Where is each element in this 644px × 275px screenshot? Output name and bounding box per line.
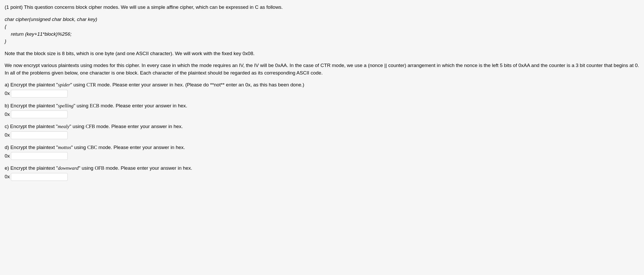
sub-a-mid: " using bbox=[70, 82, 87, 87]
sub-a-post: mode. Please enter your answer in hex. (… bbox=[96, 82, 304, 87]
sub-question-d: d) Encrypt the plaintext "mottos" using … bbox=[5, 144, 639, 160]
sub-d-label: d) bbox=[5, 145, 9, 150]
sub-c-word: mealy bbox=[58, 124, 69, 129]
sub-d-word: mottos bbox=[58, 145, 71, 150]
sub-b-prompt: b) Encrypt the plaintext "spelling" usin… bbox=[5, 102, 639, 110]
sub-b-mid: " using bbox=[74, 103, 90, 108]
note-paragraph: Note that the block size is 8 bits, whic… bbox=[5, 50, 639, 57]
sub-question-a: a) Encrypt the plaintext "spider" using … bbox=[5, 81, 639, 98]
sub-d-input[interactable] bbox=[11, 152, 68, 160]
sub-question-b: b) Encrypt the plaintext "spelling" usin… bbox=[5, 102, 639, 118]
sub-b-answer-row: 0x bbox=[5, 110, 639, 118]
sub-d-pre: Encrypt the plaintext " bbox=[9, 145, 58, 150]
sub-e-prompt: e) Encrypt the plaintext "downward" usin… bbox=[5, 165, 639, 172]
sub-a-prompt: a) Encrypt the plaintext "spider" using … bbox=[5, 81, 639, 89]
sub-b-label: b) bbox=[5, 103, 9, 108]
code-open-brace: { bbox=[5, 23, 639, 31]
hex-prefix: 0x bbox=[5, 90, 10, 97]
hex-prefix: 0x bbox=[5, 173, 10, 181]
hex-prefix: 0x bbox=[5, 152, 10, 160]
question-container: (1 point) This question concerns block c… bbox=[5, 4, 639, 181]
sub-b-pre: Encrypt the plaintext " bbox=[9, 103, 58, 108]
sub-d-mode: CBC bbox=[87, 145, 97, 150]
sub-b-mode: ECB bbox=[90, 103, 99, 108]
sub-c-mode: CFB bbox=[86, 124, 95, 129]
sub-d-answer-row: 0x bbox=[5, 152, 639, 160]
sub-e-input[interactable] bbox=[11, 173, 68, 181]
sub-c-label: c) bbox=[5, 124, 9, 129]
sub-a-word: spider bbox=[58, 82, 70, 87]
code-block: char cipher(unsigned char block, char ke… bbox=[5, 16, 639, 45]
sub-c-pre: Encrypt the plaintext " bbox=[9, 124, 58, 129]
points-label: (1 point) bbox=[5, 4, 23, 10]
sub-e-mid: " using bbox=[79, 165, 95, 171]
intro-text: This question concerns block cipher mode… bbox=[23, 4, 283, 10]
code-close-brace: } bbox=[5, 38, 639, 45]
sub-e-word: downward bbox=[58, 165, 79, 171]
sub-question-c: c) Encrypt the plaintext "mealy" using C… bbox=[5, 123, 639, 139]
sub-c-post: mode. Please enter your answer in hex. bbox=[95, 124, 183, 129]
hex-prefix: 0x bbox=[5, 111, 10, 118]
sub-c-mid: " using bbox=[70, 124, 86, 129]
sub-e-mode: OFB bbox=[95, 165, 104, 171]
sub-c-prompt: c) Encrypt the plaintext "mealy" using C… bbox=[5, 123, 639, 130]
sub-b-input[interactable] bbox=[11, 110, 68, 118]
sub-e-post: mode. Please enter your answer in hex. bbox=[104, 165, 192, 171]
sub-e-pre: Encrypt the plaintext " bbox=[9, 165, 58, 171]
code-body: return (key+11*block)%256; bbox=[11, 31, 72, 37]
code-body-line: return (key+11*block)%256; bbox=[5, 31, 639, 38]
sub-d-post: mode. Please enter your answer in hex. bbox=[97, 145, 185, 150]
sub-d-mid: " using bbox=[71, 145, 87, 150]
sub-b-post: mode. Please enter your answer in hex. bbox=[99, 103, 187, 108]
sub-a-pre: Encrypt the plaintext " bbox=[9, 82, 58, 87]
intro-paragraph: (1 point) This question concerns block c… bbox=[5, 4, 639, 11]
hex-prefix: 0x bbox=[5, 131, 10, 139]
sub-e-answer-row: 0x bbox=[5, 173, 639, 181]
sub-d-prompt: d) Encrypt the plaintext "mottos" using … bbox=[5, 144, 639, 151]
sub-c-input[interactable] bbox=[11, 131, 68, 139]
sub-question-e: e) Encrypt the plaintext "downward" usin… bbox=[5, 165, 639, 181]
code-signature: char cipher(unsigned char block, char ke… bbox=[5, 16, 639, 23]
sub-a-answer-row: 0x bbox=[5, 90, 639, 98]
sub-a-mode: CTR bbox=[87, 82, 96, 87]
sub-a-input[interactable] bbox=[11, 90, 68, 98]
sub-c-answer-row: 0x bbox=[5, 131, 639, 139]
sub-e-label: e) bbox=[5, 165, 9, 171]
sub-b-word: spelling bbox=[58, 103, 73, 108]
sub-a-label: a) bbox=[5, 82, 9, 87]
description-paragraph: We now encrypt various plaintexts using … bbox=[5, 62, 639, 77]
